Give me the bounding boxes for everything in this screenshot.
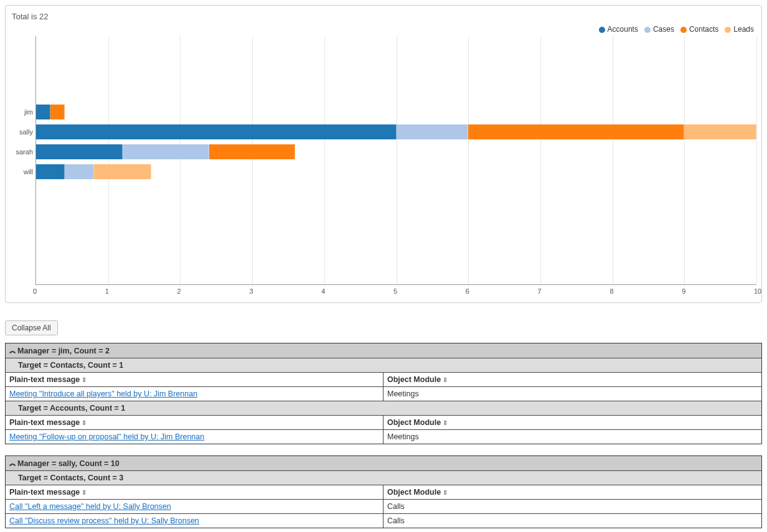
column-header-label: Plain-text message (9, 418, 80, 427)
chart-y-axis-labels: jimsallysarahwill (11, 36, 35, 285)
subgroup-header[interactable]: Target = Accounts, Count = 1 (6, 401, 761, 416)
chart-legend: AccountsCasesContactsLeads (11, 25, 754, 34)
column-header-label: Object Module (387, 418, 441, 427)
record-link[interactable]: Call "Left a message" held by U: Sally B… (9, 502, 171, 511)
column-header-label: Object Module (387, 375, 441, 384)
bar-row-sally (36, 124, 756, 139)
cell-object-module: Calls (384, 514, 761, 528)
report-groups: ︽Manager = jim, Count = 2Target = Contac… (5, 343, 762, 528)
x-axis-tick-label: 0 (33, 287, 37, 295)
column-header-plain-text[interactable]: Plain-text message⇕ (6, 485, 384, 499)
grid-line (684, 36, 685, 284)
column-header-label: Plain-text message (9, 488, 80, 497)
legend-swatch (644, 27, 651, 33)
bar-segment-cases[interactable] (397, 124, 469, 139)
report-group: ︽Manager = sally, Count = 10Target = Con… (5, 455, 762, 528)
x-axis-tick-label: 3 (249, 287, 253, 295)
legend-label: Contacts (689, 25, 718, 34)
x-axis-tick-label: 4 (321, 287, 325, 295)
bar-segment-accounts[interactable] (36, 124, 397, 139)
legend-item-cases[interactable]: Cases (644, 25, 674, 34)
x-axis-tick-label: 2 (177, 287, 181, 295)
column-header-row: Plain-text message⇕Object Module⇕ (6, 416, 761, 430)
legend-item-leads[interactable]: Leads (725, 25, 754, 34)
record-link[interactable]: Meeting "Follow-up on proposal" held by … (9, 432, 204, 441)
legend-item-contacts[interactable]: Contacts (680, 25, 718, 34)
x-axis-tick-label: 7 (538, 287, 542, 295)
cell-object-module: Meetings (384, 430, 761, 444)
group-header-text: Manager = jim, Count = 2 (17, 347, 110, 355)
collapse-all-button[interactable]: Collapse All (5, 320, 58, 335)
cell-plain-text: Call "Left a message" held by U: Sally B… (6, 500, 384, 513)
sort-icon[interactable]: ⇕ (443, 419, 448, 426)
column-header-label: Object Module (387, 488, 441, 497)
x-axis-tick-label: 9 (682, 287, 685, 295)
subgroup-header[interactable]: Target = Contacts, Count = 3 (6, 471, 761, 485)
x-axis-tick-label: 10 (754, 287, 761, 295)
y-axis-category-label: jim (24, 108, 33, 116)
sort-icon[interactable]: ⇕ (82, 489, 87, 496)
y-axis-category-label: sally (19, 128, 33, 136)
legend-label: Leads (733, 25, 754, 34)
table-row: Call "Left a message" held by U: Sally B… (6, 500, 761, 514)
column-header-plain-text[interactable]: Plain-text message⇕ (6, 416, 384, 429)
grid-line (324, 36, 325, 284)
grid-line (756, 36, 757, 284)
legend-label: Cases (653, 25, 674, 34)
legend-swatch (599, 27, 605, 33)
x-axis-tick-label: 8 (609, 287, 613, 295)
x-axis-tick-label: 5 (393, 287, 397, 295)
bar-segment-cases[interactable] (123, 144, 209, 159)
bar-segment-accounts[interactable] (36, 164, 65, 179)
grid-line (397, 36, 397, 284)
table-row: Meeting "Introduce all players" held by … (6, 387, 761, 401)
bar-segment-cases[interactable] (65, 164, 93, 179)
bar-row-will (36, 164, 324, 179)
legend-item-accounts[interactable]: Accounts (599, 25, 638, 34)
collapse-icon[interactable]: ︽ (9, 459, 16, 468)
column-header-object-module[interactable]: Object Module⇕ (384, 485, 761, 499)
record-link[interactable]: Call "Discuss review process" held by U:… (9, 516, 199, 525)
group-header[interactable]: ︽Manager = sally, Count = 10 (6, 456, 761, 471)
legend-swatch (680, 27, 687, 33)
bar-row-jim (36, 105, 180, 119)
bar-segment-leads[interactable] (94, 164, 152, 179)
sort-icon[interactable]: ⇕ (82, 376, 87, 383)
record-link[interactable]: Meeting "Introduce all players" held by … (9, 390, 197, 398)
cell-object-module: Meetings (384, 387, 761, 401)
grid-line (252, 36, 253, 284)
sort-icon[interactable]: ⇕ (443, 489, 448, 496)
table-row: Call "Discuss review process" held by U:… (6, 514, 761, 528)
y-axis-category-label: will (24, 168, 33, 175)
sort-icon[interactable]: ⇕ (82, 419, 87, 426)
cell-plain-text: Meeting "Introduce all players" held by … (6, 387, 384, 401)
sort-icon[interactable]: ⇕ (443, 376, 448, 383)
bar-segment-leads[interactable] (684, 124, 756, 139)
report-group: ︽Manager = jim, Count = 2Target = Contac… (5, 343, 762, 444)
group-header[interactable]: ︽Manager = jim, Count = 2 (6, 343, 761, 358)
collapse-icon[interactable]: ︽ (9, 346, 16, 355)
grid-line (468, 36, 469, 284)
bar-segment-contacts[interactable] (50, 105, 65, 119)
cell-plain-text: Call "Discuss review process" held by U:… (6, 514, 384, 528)
grid-line (540, 36, 541, 284)
bar-row-sarah (36, 144, 468, 159)
chart-x-axis: 012345678910 (35, 287, 756, 297)
legend-swatch (725, 27, 731, 33)
grid-line (180, 36, 181, 284)
bar-segment-accounts[interactable] (36, 144, 123, 159)
y-axis-category-label: sarah (16, 148, 33, 156)
cell-object-module: Calls (384, 500, 761, 513)
subgroup-header[interactable]: Target = Contacts, Count = 1 (6, 358, 761, 373)
column-header-object-module[interactable]: Object Module⇕ (384, 416, 761, 429)
bar-segment-accounts[interactable] (36, 105, 50, 119)
column-header-plain-text[interactable]: Plain-text message⇕ (6, 373, 384, 386)
bar-segment-contacts[interactable] (468, 124, 684, 139)
column-header-row: Plain-text message⇕Object Module⇕ (6, 485, 761, 500)
x-axis-tick-label: 6 (466, 287, 469, 295)
grid-line (108, 36, 109, 284)
column-header-object-module[interactable]: Object Module⇕ (384, 373, 761, 386)
group-header-text: Manager = sally, Count = 10 (17, 459, 120, 468)
bar-segment-contacts[interactable] (209, 144, 296, 159)
chart-panel: Total is 22 AccountsCasesContactsLeads j… (5, 5, 762, 303)
